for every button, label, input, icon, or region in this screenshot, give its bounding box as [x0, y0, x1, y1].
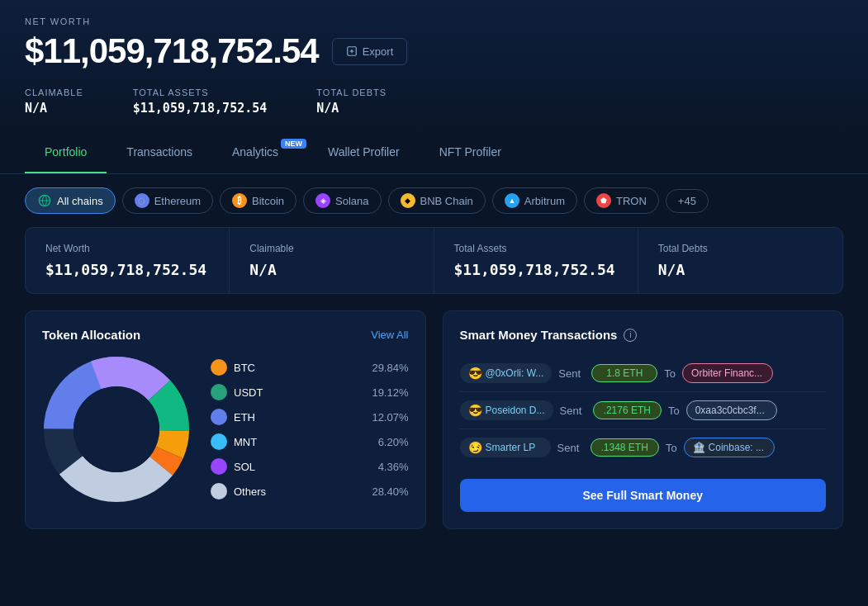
total-debts-summary: TOTAL DEBTS N/A: [316, 88, 387, 116]
donut-chart: [42, 355, 191, 504]
sol-icon: [211, 458, 227, 475]
btc-icon: [211, 359, 227, 376]
wallet-label-3: Smarter LP: [486, 442, 536, 453]
token-pct-sol: 4.36%: [378, 461, 409, 473]
total-assets-value: $11,059,718,752.54: [133, 101, 268, 116]
view-all-button[interactable]: View All: [371, 329, 408, 341]
eth-amount-1: 1.8 ETH: [591, 364, 657, 382]
bitcoin-icon: ₿: [232, 193, 247, 208]
export-button[interactable]: Export: [332, 38, 408, 65]
donut-svg: [42, 355, 191, 504]
claimable-value: N/A: [25, 101, 83, 116]
summary-row: CLAIMABLE N/A TOTAL ASSETS $11,059,718,7…: [25, 88, 843, 116]
wallet-emoji-1: 😎: [468, 367, 482, 380]
chain-more[interactable]: +45: [666, 189, 709, 213]
token-name-btc: BTC: [234, 362, 365, 374]
sent-label-1: Sent: [558, 367, 585, 380]
token-name-mnt: MNT: [234, 436, 372, 448]
chain-bnb[interactable]: ◆ BNB Chain: [388, 187, 486, 214]
export-icon: [346, 45, 358, 57]
wallet-emoji-2: 😎: [468, 404, 482, 417]
to-label-1: To: [664, 367, 676, 380]
list-item: USDT 19.12%: [211, 380, 409, 405]
smart-money-header: Smart Money Transactions i: [460, 328, 827, 342]
list-item: ETH 12.07%: [211, 405, 409, 429]
token-allocation-card: Token Allocation View All: [25, 310, 426, 529]
list-item: MNT 6.20%: [211, 429, 409, 454]
total-debts-value: N/A: [316, 101, 387, 116]
dest-chip-1[interactable]: Orbiter Financ...: [682, 363, 773, 383]
token-chart-area: BTC 29.84% USDT 19.12% ETH 12.07% MNT 6.…: [42, 355, 409, 504]
net-worth-value: $11,059,718,752.54: [25, 31, 319, 71]
eth-icon: [211, 409, 227, 425]
stat-total-assets: Total Assets $11,059,718,752.54: [434, 228, 638, 293]
new-badge: NEW: [281, 139, 306, 149]
token-pct-mnt: 6.20%: [378, 436, 409, 448]
wallet-label-1: @0xOrli: W...: [486, 367, 544, 379]
tx-row-1: 😎 @0xOrli: W... Sent 1.8 ETH To Orbiter …: [460, 355, 827, 392]
tab-transactions[interactable]: Transactions: [107, 132, 212, 173]
list-item: BTC 29.84%: [211, 355, 409, 380]
to-label-2: To: [668, 405, 680, 417]
eth-amount-2: .2176 ETH: [593, 401, 662, 419]
token-list: BTC 29.84% USDT 19.12% ETH 12.07% MNT 6.…: [211, 355, 409, 504]
ethereum-icon: ⬡: [135, 193, 149, 208]
token-pct-usdt: 19.12%: [372, 386, 408, 399]
eth-amount-3: .1348 ETH: [591, 438, 659, 457]
chain-arbitrum[interactable]: ▲ Arbitrum: [492, 187, 577, 214]
usdt-icon: [211, 384, 227, 400]
token-pct-others: 28.40%: [372, 485, 408, 498]
others-icon: [211, 483, 227, 499]
wallet-chip-1[interactable]: 😎 @0xOrli: W...: [460, 363, 553, 383]
token-pct-eth: 12.07%: [372, 411, 408, 424]
smart-money-card: Smart Money Transactions i 😎 @0xOrli: W.…: [443, 310, 844, 529]
wallet-emoji-3: 😏: [468, 441, 482, 454]
tab-portfolio[interactable]: Portfolio: [25, 132, 107, 173]
dest-chip-2[interactable]: 0xaa3c0cbc3f...: [686, 400, 777, 420]
stat-net-worth: Net Worth $11,059,718,752.54: [26, 228, 230, 293]
stats-grid: Net Worth $11,059,718,752.54 Claimable N…: [25, 227, 843, 294]
tab-analytics[interactable]: Analytics NEW: [212, 132, 308, 173]
wallet-chip-3[interactable]: 😏 Smarter LP: [460, 438, 551, 457]
chain-tron[interactable]: ⬟ TRON: [584, 187, 659, 214]
tab-wallet-profiler[interactable]: Wallet Profiler: [308, 132, 420, 173]
see-full-smart-money-button[interactable]: See Full Smart Money: [460, 479, 827, 512]
chain-solana[interactable]: ◈ Solana: [303, 187, 381, 214]
top-section: NET WORTH $11,059,718,752.54 Export CLAI…: [0, 0, 868, 132]
tron-icon: ⬟: [596, 193, 611, 208]
tx-row-3: 😏 Smarter LP Sent .1348 ETH To 🏦 Coinbas…: [460, 429, 827, 466]
chain-bitcoin[interactable]: ₿ Bitcoin: [220, 187, 296, 214]
list-item: SOL 4.36%: [211, 454, 409, 479]
sent-label-2: Sent: [560, 405, 586, 417]
all-chains-icon: [37, 193, 52, 208]
wallet-chip-2[interactable]: 😎 Poseidon D...: [460, 400, 553, 420]
sent-label-3: Sent: [557, 442, 584, 454]
bottom-section: Token Allocation View All: [0, 294, 868, 546]
stat-claimable: Claimable N/A: [230, 228, 434, 293]
coinbase-icon: 🏦: [693, 442, 705, 453]
token-name-others: Others: [234, 485, 365, 498]
token-pct-btc: 29.84%: [372, 362, 408, 374]
total-assets-summary: TOTAL ASSETS $11,059,718,752.54: [133, 88, 268, 116]
bnb-icon: ◆: [401, 193, 415, 208]
token-name-usdt: USDT: [234, 386, 365, 399]
token-allocation-title: Token Allocation: [42, 328, 140, 342]
claimable-summary: CLAIMABLE N/A: [25, 88, 83, 116]
tx-row-2: 😎 Poseidon D... Sent .2176 ETH To 0xaa3c…: [460, 392, 827, 429]
chain-ethereum[interactable]: ⬡ Ethereum: [122, 187, 213, 214]
chain-all-chains[interactable]: All chains: [25, 187, 116, 214]
token-name-eth: ETH: [234, 411, 365, 424]
mnt-icon: [211, 433, 227, 450]
to-label-3: To: [666, 442, 677, 454]
solana-icon: ◈: [315, 193, 330, 208]
svg-point-11: [74, 386, 159, 472]
arbitrum-icon: ▲: [505, 193, 519, 208]
list-item: Others 28.40%: [211, 479, 409, 504]
token-name-sol: SOL: [234, 461, 372, 473]
chain-filter-section: All chains ⬡ Ethereum ₿ Bitcoin ◈ Solana…: [0, 174, 868, 227]
net-worth-label: NET WORTH: [25, 17, 843, 26]
dest-chip-3[interactable]: 🏦 Coinbase: ...: [684, 438, 775, 457]
smart-money-title: Smart Money Transactions: [460, 328, 618, 342]
net-worth-row: $11,059,718,752.54 Export: [25, 31, 843, 71]
tab-nft-profiler[interactable]: NFT Profiler: [420, 132, 521, 173]
